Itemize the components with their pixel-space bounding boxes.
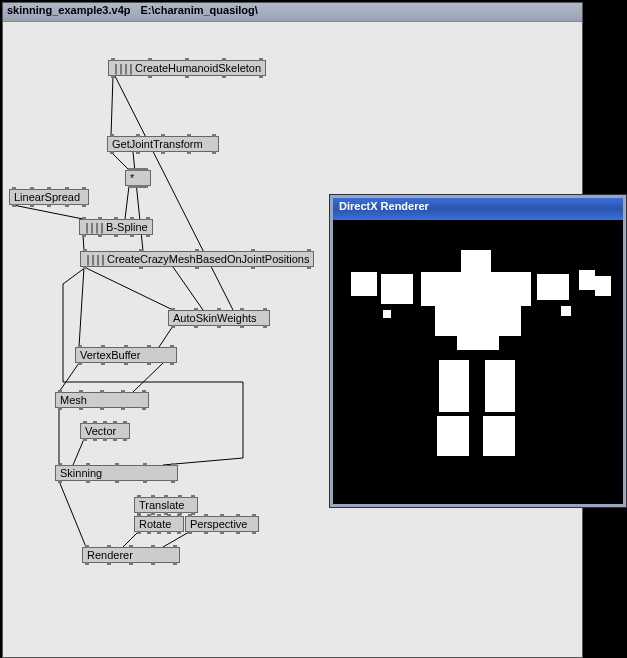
node-vector[interactable]: Vector: [80, 423, 130, 439]
svg-line-19: [73, 439, 84, 465]
node-vertex-buffer[interactable]: VertexBuffer: [75, 347, 177, 363]
node-create-humanoid[interactable]: ||||CreateHumanoidSkeleton: [108, 60, 266, 76]
node-linear-spread[interactable]: LinearSpread: [9, 189, 89, 205]
mesh-block: [561, 306, 571, 316]
renderer-window[interactable]: DirectX Renderer: [330, 195, 626, 507]
svg-line-0: [111, 76, 113, 136]
node-renderer[interactable]: Renderer: [82, 547, 180, 563]
node-translate[interactable]: Translate: [134, 497, 198, 513]
renderer-title-text: DirectX Renderer: [339, 200, 429, 212]
mesh-block: [381, 274, 413, 304]
node-label: Perspective: [190, 518, 247, 530]
node-rotate[interactable]: Rotate: [134, 516, 184, 532]
node-label: Skinning: [60, 467, 102, 479]
mesh-block: [483, 416, 515, 456]
node-label: Rotate: [139, 518, 171, 530]
svg-line-11: [59, 363, 79, 392]
mesh-block: [461, 250, 491, 274]
node-bspline[interactable]: ||||B-Spline: [79, 219, 153, 235]
io-icon: ||||: [84, 221, 104, 235]
mesh-block: [537, 274, 569, 300]
node-label: LinearSpread: [14, 191, 80, 203]
mesh-block: [457, 306, 499, 350]
patch-titlebar[interactable]: skinning_example3.v4p E:\charanim_quasil…: [3, 3, 582, 22]
node-star[interactable]: *: [125, 170, 151, 186]
node-label: GetJointTransform: [112, 138, 203, 150]
renderer-titlebar[interactable]: DirectX Renderer: [333, 198, 623, 220]
svg-line-8: [84, 267, 173, 310]
patch-filename: skinning_example3.v4p: [7, 4, 131, 20]
node-label: Renderer: [87, 549, 133, 561]
node-label: Translate: [139, 499, 184, 511]
svg-line-12: [133, 363, 163, 392]
node-label: CreateHumanoidSkeleton: [135, 62, 261, 74]
node-crazy-mesh[interactable]: ||||CreateCrazyMeshBasedOnJointPositions: [80, 251, 314, 267]
node-skinning[interactable]: Skinning: [55, 465, 178, 481]
svg-line-7: [79, 267, 84, 347]
io-icon: ||||: [113, 62, 133, 76]
mesh-block: [421, 272, 531, 306]
mesh-block: [383, 310, 391, 318]
svg-line-5: [13, 205, 83, 219]
node-label: CreateCrazyMeshBasedOnJointPositions: [107, 253, 309, 265]
svg-line-3: [125, 186, 129, 219]
node-perspective[interactable]: Perspective: [185, 516, 259, 532]
patch-path: E:\charanim_quasilog\: [141, 4, 258, 20]
node-auto-skin[interactable]: AutoSkinWeights: [168, 310, 270, 326]
svg-line-9: [173, 267, 203, 310]
node-label: Vector: [85, 425, 116, 437]
node-label: VertexBuffer: [80, 349, 140, 361]
node-label: AutoSkinWeights: [173, 312, 257, 324]
node-label: *: [130, 172, 134, 184]
mesh-block: [485, 360, 515, 412]
svg-line-1: [115, 76, 233, 310]
node-get-joint[interactable]: GetJointTransform: [107, 136, 219, 152]
io-icon: ||||: [85, 253, 105, 267]
mesh-block: [579, 270, 595, 290]
mesh-block: [437, 416, 469, 456]
mesh-block: [435, 306, 457, 336]
mesh-block: [499, 306, 521, 336]
renderer-viewport[interactable]: [333, 220, 623, 504]
node-mesh[interactable]: Mesh: [55, 392, 149, 408]
svg-line-13: [63, 267, 86, 284]
node-label: Mesh: [60, 394, 87, 406]
svg-line-10: [159, 326, 173, 347]
svg-line-20: [59, 481, 86, 547]
node-label: B-Spline: [106, 221, 148, 233]
mesh-block: [595, 276, 611, 296]
mesh-block: [351, 272, 377, 296]
mesh-block: [439, 360, 469, 412]
